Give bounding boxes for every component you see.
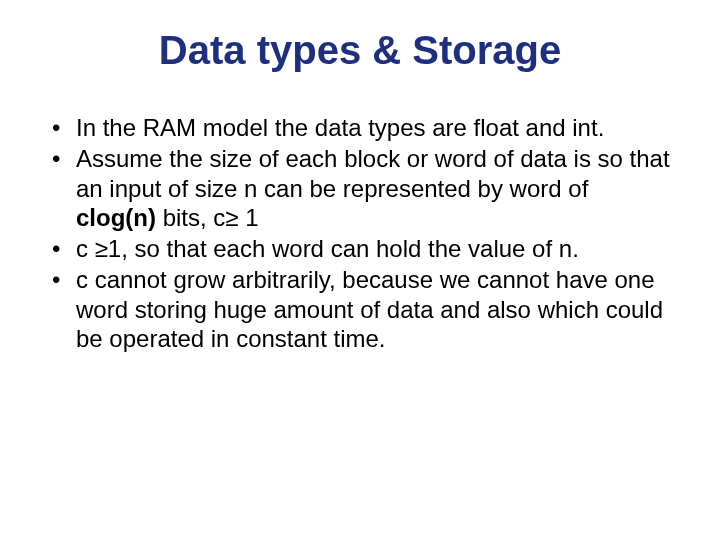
bullet-text: Assume the size of each block or word of… [76,145,670,201]
list-item: In the RAM model the data types are floa… [48,113,672,142]
bullet-text-post: bits, c≥ 1 [156,204,259,231]
slide-title: Data types & Storage [48,28,672,73]
bullet-bold: clog(n) [76,204,156,231]
bullet-text: c ≥1, so that each word can hold the val… [76,235,579,262]
list-item: c cannot grow arbitrarily, because we ca… [48,265,672,353]
bullet-list: In the RAM model the data types are floa… [48,113,672,353]
bullet-text: c cannot grow arbitrarily, because we ca… [76,266,663,352]
list-item: Assume the size of each block or word of… [48,144,672,232]
bullet-text: In the RAM model the data types are floa… [76,114,604,141]
slide: Data types & Storage In the RAM model th… [0,0,720,540]
list-item: c ≥1, so that each word can hold the val… [48,234,672,263]
